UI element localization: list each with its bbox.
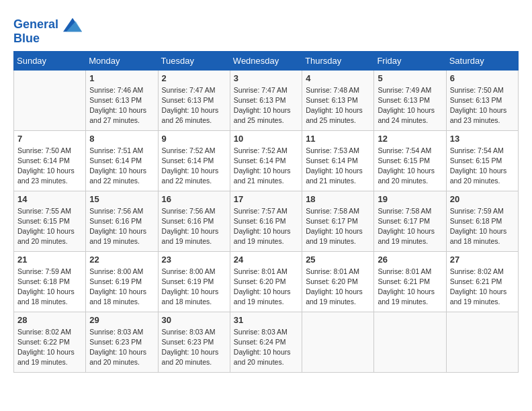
- day-number: 9: [162, 134, 226, 144]
- day-info: Sunrise: 8:02 AMSunset: 6:22 PMDaylight:…: [17, 327, 82, 368]
- calendar-cell: 21Sunrise: 7:59 AMSunset: 6:18 PMDayligh…: [14, 251, 86, 312]
- calendar-cell: 25Sunrise: 8:01 AMSunset: 6:20 PMDayligh…: [302, 251, 374, 312]
- calendar-cell: 27Sunrise: 8:02 AMSunset: 6:21 PMDayligh…: [446, 251, 518, 312]
- day-info: Sunrise: 7:57 AMSunset: 6:16 PMDaylight:…: [234, 206, 298, 247]
- day-info: Sunrise: 8:02 AMSunset: 6:21 PMDaylight:…: [450, 267, 515, 308]
- day-number: 30: [162, 315, 226, 325]
- day-number: 27: [450, 255, 515, 265]
- day-info: Sunrise: 7:56 AMSunset: 6:16 PMDaylight:…: [89, 206, 154, 247]
- day-number: 13: [450, 134, 515, 144]
- logo: General Blue: [13, 17, 82, 46]
- day-info: Sunrise: 7:54 AMSunset: 6:15 PMDaylight:…: [450, 146, 515, 187]
- day-info: Sunrise: 7:48 AMSunset: 6:13 PMDaylight:…: [306, 85, 370, 126]
- day-number: 23: [162, 255, 226, 265]
- calendar-table: SundayMondayTuesdayWednesdayThursdayFrid…: [13, 51, 519, 373]
- day-number: 6: [450, 73, 515, 83]
- calendar-cell: 12Sunrise: 7:54 AMSunset: 6:15 PMDayligh…: [374, 130, 446, 191]
- day-number: 19: [378, 194, 442, 204]
- calendar-cell: 18Sunrise: 7:58 AMSunset: 6:17 PMDayligh…: [302, 191, 374, 251]
- calendar-cell: 24Sunrise: 8:01 AMSunset: 6:20 PMDayligh…: [230, 251, 302, 312]
- calendar-cell: 17Sunrise: 7:57 AMSunset: 6:16 PMDayligh…: [230, 191, 302, 251]
- weekday-header: Saturday: [446, 51, 518, 70]
- day-info: Sunrise: 7:59 AMSunset: 6:18 PMDaylight:…: [17, 267, 82, 308]
- calendar-cell: 22Sunrise: 8:00 AMSunset: 6:19 PMDayligh…: [86, 251, 158, 312]
- calendar-cell: 5Sunrise: 7:49 AMSunset: 6:13 PMDaylight…: [374, 70, 446, 130]
- calendar-cell: 31Sunrise: 8:03 AMSunset: 6:24 PMDayligh…: [230, 312, 302, 372]
- day-info: Sunrise: 7:51 AMSunset: 6:14 PMDaylight:…: [89, 146, 154, 187]
- day-number: 17: [234, 194, 298, 204]
- day-info: Sunrise: 7:59 AMSunset: 6:18 PMDaylight:…: [450, 206, 515, 247]
- day-number: 16: [162, 194, 226, 204]
- weekday-header: Sunday: [14, 51, 86, 70]
- calendar-cell: [446, 312, 518, 372]
- calendar-cell: 19Sunrise: 7:58 AMSunset: 6:17 PMDayligh…: [374, 191, 446, 251]
- day-info: Sunrise: 8:01 AMSunset: 6:21 PMDaylight:…: [378, 267, 442, 308]
- page-header: General Blue: [13, 13, 519, 46]
- weekday-header: Friday: [374, 51, 446, 70]
- weekday-header: Thursday: [302, 51, 374, 70]
- calendar-cell: 3Sunrise: 7:47 AMSunset: 6:13 PMDaylight…: [230, 70, 302, 130]
- day-number: 31: [234, 315, 298, 325]
- day-number: 5: [378, 73, 442, 83]
- day-info: Sunrise: 7:47 AMSunset: 6:13 PMDaylight:…: [162, 85, 226, 126]
- day-info: Sunrise: 7:52 AMSunset: 6:14 PMDaylight:…: [234, 146, 298, 187]
- day-number: 29: [89, 315, 154, 325]
- calendar-cell: 20Sunrise: 7:59 AMSunset: 6:18 PMDayligh…: [446, 191, 518, 251]
- day-info: Sunrise: 7:47 AMSunset: 6:13 PMDaylight:…: [234, 85, 298, 126]
- day-number: 20: [450, 194, 515, 204]
- calendar-cell: 2Sunrise: 7:47 AMSunset: 6:13 PMDaylight…: [158, 70, 230, 130]
- day-number: 28: [17, 315, 82, 325]
- day-number: 8: [89, 134, 154, 144]
- day-info: Sunrise: 7:46 AMSunset: 6:13 PMDaylight:…: [89, 85, 154, 126]
- day-number: 2: [162, 73, 226, 83]
- day-number: 7: [17, 134, 82, 144]
- day-info: Sunrise: 8:01 AMSunset: 6:20 PMDaylight:…: [234, 267, 298, 308]
- day-number: 26: [378, 255, 442, 265]
- calendar-cell: [374, 312, 446, 372]
- day-number: 12: [378, 134, 442, 144]
- day-number: 11: [306, 134, 370, 144]
- day-number: 3: [234, 73, 298, 83]
- calendar-cell: 4Sunrise: 7:48 AMSunset: 6:13 PMDaylight…: [302, 70, 374, 130]
- calendar-cell: 8Sunrise: 7:51 AMSunset: 6:14 PMDaylight…: [86, 130, 158, 191]
- calendar-cell: 16Sunrise: 7:56 AMSunset: 6:16 PMDayligh…: [158, 191, 230, 251]
- day-number: 10: [234, 134, 298, 144]
- calendar-cell: 23Sunrise: 8:00 AMSunset: 6:19 PMDayligh…: [158, 251, 230, 312]
- day-info: Sunrise: 7:50 AMSunset: 6:14 PMDaylight:…: [17, 146, 82, 187]
- calendar-cell: 28Sunrise: 8:02 AMSunset: 6:22 PMDayligh…: [14, 312, 86, 372]
- day-info: Sunrise: 8:00 AMSunset: 6:19 PMDaylight:…: [89, 267, 154, 308]
- calendar-cell: 1Sunrise: 7:46 AMSunset: 6:13 PMDaylight…: [86, 70, 158, 130]
- day-info: Sunrise: 8:01 AMSunset: 6:20 PMDaylight:…: [306, 267, 370, 308]
- day-info: Sunrise: 7:50 AMSunset: 6:13 PMDaylight:…: [450, 85, 515, 126]
- day-info: Sunrise: 7:58 AMSunset: 6:17 PMDaylight:…: [378, 206, 442, 247]
- calendar-cell: 15Sunrise: 7:56 AMSunset: 6:16 PMDayligh…: [86, 191, 158, 251]
- day-info: Sunrise: 7:54 AMSunset: 6:15 PMDaylight:…: [378, 146, 442, 187]
- weekday-header: Monday: [86, 51, 158, 70]
- day-number: 24: [234, 255, 298, 265]
- calendar-cell: 13Sunrise: 7:54 AMSunset: 6:15 PMDayligh…: [446, 130, 518, 191]
- calendar-cell: 30Sunrise: 8:03 AMSunset: 6:23 PMDayligh…: [158, 312, 230, 372]
- calendar-cell: 10Sunrise: 7:52 AMSunset: 6:14 PMDayligh…: [230, 130, 302, 191]
- day-info: Sunrise: 7:53 AMSunset: 6:14 PMDaylight:…: [306, 146, 370, 187]
- calendar-cell: [14, 70, 86, 130]
- day-info: Sunrise: 7:49 AMSunset: 6:13 PMDaylight:…: [378, 85, 442, 126]
- day-info: Sunrise: 7:55 AMSunset: 6:15 PMDaylight:…: [17, 206, 82, 247]
- day-info: Sunrise: 7:58 AMSunset: 6:17 PMDaylight:…: [306, 206, 370, 247]
- day-number: 21: [17, 255, 82, 265]
- day-info: Sunrise: 8:03 AMSunset: 6:23 PMDaylight:…: [89, 327, 154, 368]
- weekday-header: Wednesday: [230, 51, 302, 70]
- calendar-cell: 14Sunrise: 7:55 AMSunset: 6:15 PMDayligh…: [14, 191, 86, 251]
- day-info: Sunrise: 7:52 AMSunset: 6:14 PMDaylight:…: [162, 146, 226, 187]
- calendar-cell: 26Sunrise: 8:01 AMSunset: 6:21 PMDayligh…: [374, 251, 446, 312]
- day-number: 4: [306, 73, 370, 83]
- day-number: 15: [89, 194, 154, 204]
- logo-blue: Blue: [13, 32, 82, 46]
- day-info: Sunrise: 8:03 AMSunset: 6:24 PMDaylight:…: [234, 327, 298, 368]
- day-number: 1: [89, 73, 154, 83]
- day-info: Sunrise: 8:00 AMSunset: 6:19 PMDaylight:…: [162, 267, 226, 308]
- day-info: Sunrise: 8:03 AMSunset: 6:23 PMDaylight:…: [162, 327, 226, 368]
- calendar-cell: 9Sunrise: 7:52 AMSunset: 6:14 PMDaylight…: [158, 130, 230, 191]
- calendar-cell: 6Sunrise: 7:50 AMSunset: 6:13 PMDaylight…: [446, 70, 518, 130]
- day-number: 14: [17, 194, 82, 204]
- calendar-cell: 7Sunrise: 7:50 AMSunset: 6:14 PMDaylight…: [14, 130, 86, 191]
